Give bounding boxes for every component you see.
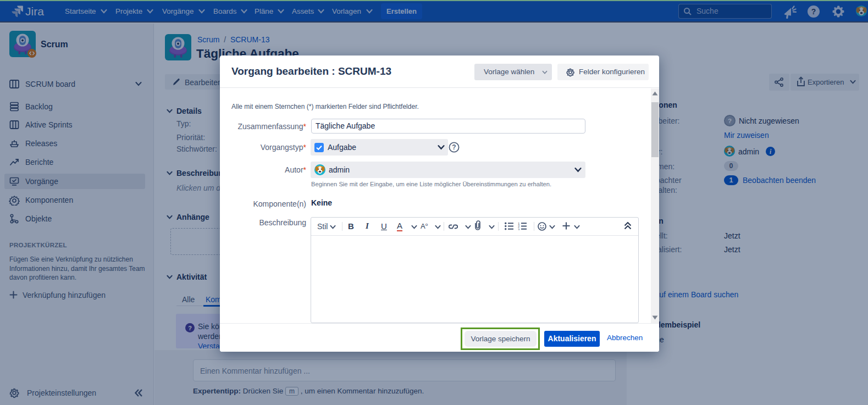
svg-text:3: 3 [518, 228, 520, 231]
svg-text:?: ? [452, 143, 456, 151]
